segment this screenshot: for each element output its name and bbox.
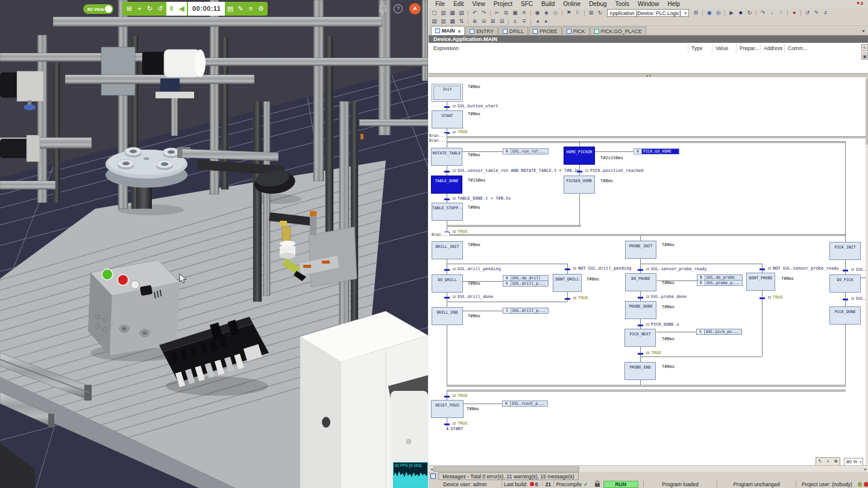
- menu-edit[interactable]: Edit: [449, 0, 468, 8]
- stop-icon[interactable]: ■: [736, 9, 745, 17]
- sfc-step-probe-done[interactable]: PROBE_DONE: [625, 301, 656, 319]
- sfc-editor[interactable]: InitSTARTROTATE_TABLETABLE_DONETABLE_STO…: [429, 77, 868, 465]
- swap-icon[interactable]: ±: [511, 17, 520, 25]
- sfc-step-init[interactable]: Init: [432, 84, 463, 102]
- copy-icon[interactable]: ⧉: [502, 9, 511, 17]
- step-into-icon[interactable]: ↓: [767, 9, 776, 17]
- undo-icon[interactable]: ↶: [470, 9, 479, 17]
- menu-sfc[interactable]: SFC: [517, 0, 537, 8]
- start-icon[interactable]: ▶: [727, 9, 736, 17]
- build-icon[interactable]: ⊞: [587, 9, 596, 17]
- pause-icon[interactable]: ‖: [166, 4, 177, 14]
- breakpoint-flag-icon[interactable]: ▼3: [856, 1, 863, 6]
- sfc-transition[interactable]: TRUE: [768, 295, 783, 300]
- orbit-icon[interactable]: ↺: [155, 4, 165, 14]
- sfc-action-box[interactable]: NGVL.run_rot...: [503, 148, 549, 154]
- sfc-action-box[interactable]: NGVL.reset_p...: [502, 401, 548, 407]
- tab-entry[interactable]: ENTRY: [465, 27, 498, 35]
- sfc-step-dont-probe[interactable]: DONT_PROBE: [746, 273, 775, 291]
- force-values-icon[interactable]: ≠: [821, 9, 830, 17]
- sfc-transition[interactable]: GVL.probe_done: [646, 294, 687, 299]
- sfc-action-box[interactable]: NGVL.do_drillRGVL.drill_p...: [503, 275, 549, 287]
- sfc-step-reset-pous[interactable]: RESET_POUS: [431, 400, 464, 418]
- find-next-icon[interactable]: ◈: [542, 9, 551, 17]
- sfc-step-home-picker[interactable]: HOME_PICKER: [564, 147, 595, 165]
- menu-help[interactable]: Help: [664, 0, 685, 8]
- sfc-transition[interactable]: GVL.drill_pending: [453, 267, 501, 271]
- settings-icon[interactable]: ⚙: [691, 9, 700, 17]
- negate-icon[interactable]: ∓: [520, 17, 529, 25]
- bookmark-icon[interactable]: ⚑: [564, 9, 573, 17]
- sfc-step-table-stopp-[interactable]: TABLE_STOPP..: [432, 203, 463, 221]
- sfc-transition[interactable]: TRUE: [453, 393, 468, 398]
- sfc-jump-start[interactable]: ▸START: [447, 426, 463, 431]
- sfc-transition[interactable]: GVL.sensor_table_rot AND ROTATE_TABLE.t …: [453, 168, 579, 173]
- avatar[interactable]: A: [409, 3, 421, 14]
- sfc-transition[interactable]: TRUE: [646, 350, 661, 355]
- watch-column-5[interactable]: Comm...: [788, 45, 807, 51]
- menu-debug[interactable]: Debug: [585, 0, 611, 8]
- horizontal-scrollbar[interactable]: ◂ ▸: [429, 465, 868, 472]
- watch-column-0[interactable]: Expression: [433, 45, 459, 51]
- scrollbar-thumb[interactable]: [433, 466, 579, 472]
- new-file-icon[interactable]: ▢: [430, 9, 439, 17]
- sfc-step-picker-home[interactable]: PICKER_HOME: [564, 176, 595, 194]
- menu-project[interactable]: Project: [489, 0, 517, 8]
- sfc-step-probe-end[interactable]: PROBE_END: [624, 362, 656, 380]
- rebuild-icon[interactable]: ↻: [596, 9, 605, 17]
- watch-column-2[interactable]: Value: [715, 45, 728, 51]
- 3d-view-toggle[interactable]: 3D View: [83, 4, 113, 14]
- sfc-step-do-pick[interactable]: DO_PICK: [829, 274, 861, 293]
- sfc-step-drill-end[interactable]: DRILL_END: [432, 307, 463, 325]
- write-values-icon[interactable]: ✎: [812, 9, 821, 17]
- sfc-transition[interactable]: NOT GVL.sensor_probe_ready: [768, 266, 839, 271]
- sfc-step-drill-init[interactable]: DRILL_INIT: [432, 241, 463, 259]
- sfc-step-start[interactable]: START: [432, 110, 463, 128]
- redo-icon[interactable]: ↷: [479, 9, 488, 17]
- sfc-transition[interactable]: TRUE: [453, 229, 468, 234]
- 3d-scene[interactable]: [0, 0, 428, 488]
- help-icon[interactable]: ?: [394, 4, 403, 13]
- sfc-transition[interactable]: GVL.button_start: [453, 104, 498, 109]
- tab-probe[interactable]: PROBE: [529, 27, 562, 35]
- grid-icon[interactable]: ▤: [225, 4, 235, 14]
- tab-overflow-icon[interactable]: ▼: [861, 29, 866, 33]
- insert-branch-icon[interactable]: ⊞: [488, 17, 497, 25]
- messages-tab[interactable]: Messages - Total 0 error(s), 21 warning(…: [438, 472, 579, 480]
- sfc-step-probe-init[interactable]: PROBE_INIT: [625, 241, 656, 259]
- open-file-icon[interactable]: ▥: [439, 9, 448, 17]
- bookmark-next-icon[interactable]: ⚐: [573, 9, 582, 17]
- sfc-step-do-drill[interactable]: DO_DRILL: [432, 274, 463, 293]
- application-combo[interactable]: Application [Device: PLC Logic]▾: [607, 9, 689, 17]
- sfc-step-dont-drill[interactable]: DONT_DRILL: [553, 274, 582, 292]
- sfc-action-box[interactable]: SGVL.drill_p...: [503, 308, 549, 314]
- refresh-icon[interactable]: ↻: [145, 4, 155, 14]
- sfc-transition[interactable]: TRUE: [453, 421, 468, 426]
- sfc-transition[interactable]: GVL.sensor_probe_ready: [646, 267, 707, 271]
- menu-view[interactable]: View: [468, 0, 489, 8]
- single-cycle-icon[interactable]: ↻: [745, 9, 754, 17]
- vertical-scrollbar[interactable]: [866, 77, 868, 465]
- sfc-transition[interactable]: TABLE_DONE.t > T#0.5s: [453, 196, 511, 201]
- watch-column-1[interactable]: Type: [691, 45, 702, 51]
- search-project-icon[interactable]: ◇: [551, 9, 560, 17]
- insert-step-after-icon[interactable]: ⊖: [479, 17, 488, 25]
- insert-step-before-icon[interactable]: ⊕: [470, 17, 479, 25]
- tab-main[interactable]: MAINx: [431, 26, 465, 35]
- sfc-step-table-done[interactable]: TABLE_DONE: [431, 176, 462, 194]
- cut-icon[interactable]: ✂: [492, 9, 502, 17]
- tab-drill[interactable]: DRILL: [498, 27, 528, 35]
- sfc-transition[interactable]: PICK_DONE.x: [646, 322, 679, 327]
- sfc-transition[interactable]: GVL.drill_done: [453, 294, 493, 299]
- draw-icon[interactable]: ✎: [235, 4, 245, 14]
- next-icon[interactable]: ▸: [542, 17, 551, 25]
- step-over-icon[interactable]: ↷: [758, 9, 767, 17]
- login-icon[interactable]: ◉: [705, 9, 714, 17]
- sfc-action-box[interactable]: NGVL.do_probeRGVL.probe_p...: [697, 274, 743, 286]
- save-icon[interactable]: ▦: [448, 9, 457, 17]
- sfc-step-pick-done[interactable]: PICK_DONE: [829, 306, 861, 325]
- find-icon[interactable]: ◉: [533, 9, 542, 17]
- menu-tools[interactable]: Tools: [611, 0, 634, 8]
- menu-window[interactable]: Window: [634, 0, 664, 8]
- panels-icon[interactable]: ⊞: [124, 4, 134, 14]
